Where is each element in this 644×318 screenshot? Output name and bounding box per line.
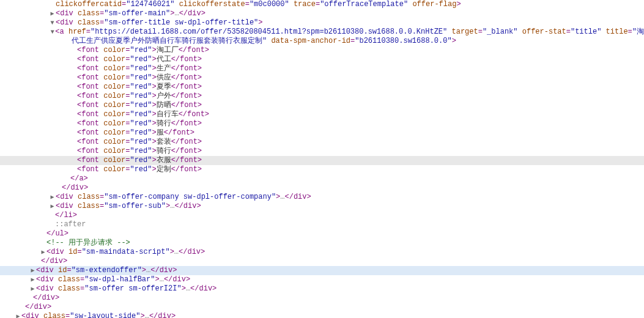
row-font-12[interactable]: ▶<font color="red">衣服</font>: [0, 156, 644, 165]
row-anchor-open[interactable]: ▼<a href="https://detail.1688.com/offer/…: [0, 28, 644, 37]
no-arrow: ▶: [70, 147, 77, 156]
no-arrow: ▶: [40, 229, 46, 239]
row-ul-close[interactable]: ▶</ul>: [0, 229, 644, 239]
row-li-close[interactable]: ▶</li>: [0, 211, 644, 220]
no-arrow: ▶: [70, 138, 77, 147]
no-arrow: ▶: [70, 119, 77, 128]
row-comment[interactable]: ▶<!-- 用于异步请求 -->: [0, 239, 644, 248]
expand-icon[interactable]: ▶: [15, 312, 21, 318]
row-company[interactable]: ▶<div class="sm-offer-company sw-dpl-off…: [0, 193, 644, 202]
row-div-close-2[interactable]: ▶</div>: [0, 294, 644, 303]
row-font-10[interactable]: ▶<font color="red">套装</font>: [0, 138, 644, 147]
row-font-1[interactable]: ▶<font color="red">代工</font>: [0, 55, 644, 64]
expand-icon[interactable]: ▶: [49, 9, 56, 18]
row-after[interactable]: ▶::after: [0, 220, 644, 229]
no-arrow: ▶: [70, 64, 77, 73]
expand-icon[interactable]: ▶: [49, 193, 56, 202]
no-arrow: ▶: [70, 55, 77, 64]
row-div-close-3[interactable]: ▶</div>: [0, 303, 644, 312]
collapse-icon[interactable]: ▼: [50, 28, 55, 37]
row-font-9[interactable]: ▶<font color="red">服</font>: [0, 128, 644, 138]
no-arrow: ▶: [70, 83, 77, 92]
dom-tree[interactable]: ▶clickoffercatid="124746021" clickoffers…: [0, 0, 644, 318]
row-font-11[interactable]: ▶<font color="red">骑行</font>: [0, 147, 644, 156]
no-arrow: ▶: [70, 73, 77, 83]
no-arrow: ▶: [70, 156, 77, 165]
no-arrow: ▶: [64, 174, 70, 183]
expand-icon[interactable]: ▶: [49, 202, 56, 211]
row-offer-title[interactable]: ▼<div class="sm-offer-title sw-dpl-offer…: [0, 18, 644, 28]
row-offer-title-close[interactable]: ▶</div>: [0, 183, 644, 193]
row-anchor-close[interactable]: ▶</a>: [0, 174, 644, 183]
row-font-4[interactable]: ▶<font color="red">夏季</font>: [0, 83, 644, 92]
row-font-5[interactable]: ▶<font color="red">户外</font>: [0, 92, 644, 101]
row-layout-side[interactable]: ▶<div class="sw-layout-side">…</div>: [0, 312, 644, 318]
row-font-0[interactable]: ▶<font color="red">淘工厂</font>: [0, 46, 644, 55]
row-font-6[interactable]: ▶<font color="red">防晒</font>: [0, 101, 644, 110]
row-parent-attrs[interactable]: ▶clickoffercatid="124746021" clickoffers…: [0, 0, 644, 9]
expand-icon[interactable]: ▶: [29, 284, 36, 294]
no-arrow: ▶: [48, 220, 55, 229]
row-font-2[interactable]: ▶<font color="red">生产</font>: [0, 64, 644, 73]
row-font-13[interactable]: ▶<font color="red">定制</font>: [0, 165, 644, 174]
row-sub[interactable]: ▶<div class="sm-offer-sub">…</div>: [0, 202, 644, 211]
collapse-icon[interactable]: ▼: [49, 18, 56, 28]
expand-icon[interactable]: ▶: [29, 266, 36, 275]
no-arrow: ▶: [70, 128, 77, 138]
no-arrow: ▶: [70, 92, 77, 101]
row-offer-main[interactable]: ▶<div class="sm-offer-main">…</div>: [0, 9, 644, 18]
row-anchor-open-cont[interactable]: ▶代工生产供应夏季户外防晒自行车骑行服套装骑行衣服定制" data-spm-an…: [0, 37, 644, 46]
row-div-close-1[interactable]: ▶</div>: [0, 257, 644, 266]
no-arrow: ▶: [70, 110, 77, 119]
no-arrow: ▶: [70, 46, 77, 55]
no-arrow: ▶: [65, 37, 72, 46]
no-arrow: ▶: [70, 165, 77, 174]
no-arrow: ▶: [34, 257, 41, 266]
no-arrow: ▶: [70, 101, 77, 110]
row-maindata[interactable]: ▶<div id="sm-maindata-script">…</div>: [0, 248, 644, 257]
no-arrow: ▶: [18, 303, 25, 312]
no-arrow: ▶: [55, 183, 62, 193]
row-halfbar[interactable]: ▶<div class="sw-dpl-halfBar">…</div>: [0, 275, 644, 284]
no-arrow: ▶: [49, 0, 56, 9]
expand-icon[interactable]: ▶: [40, 248, 46, 257]
row-i2i[interactable]: ▶<div class="sm-offer sm-offerI2I">…</di…: [0, 284, 644, 294]
no-arrow: ▶: [40, 239, 46, 248]
no-arrow: ▶: [48, 211, 55, 220]
expand-icon[interactable]: ▶: [29, 275, 36, 284]
row-font-7[interactable]: ▶<font color="red">自行车</font>: [0, 110, 644, 119]
row-font-8[interactable]: ▶<font color="red">骑行</font>: [0, 119, 644, 128]
no-arrow: ▶: [26, 294, 33, 303]
row-font-3[interactable]: ▶<font color="red">供应</font>: [0, 73, 644, 83]
row-extendoffer[interactable]: ▶<div id="sm-extendoffer">…</div>: [0, 266, 644, 275]
